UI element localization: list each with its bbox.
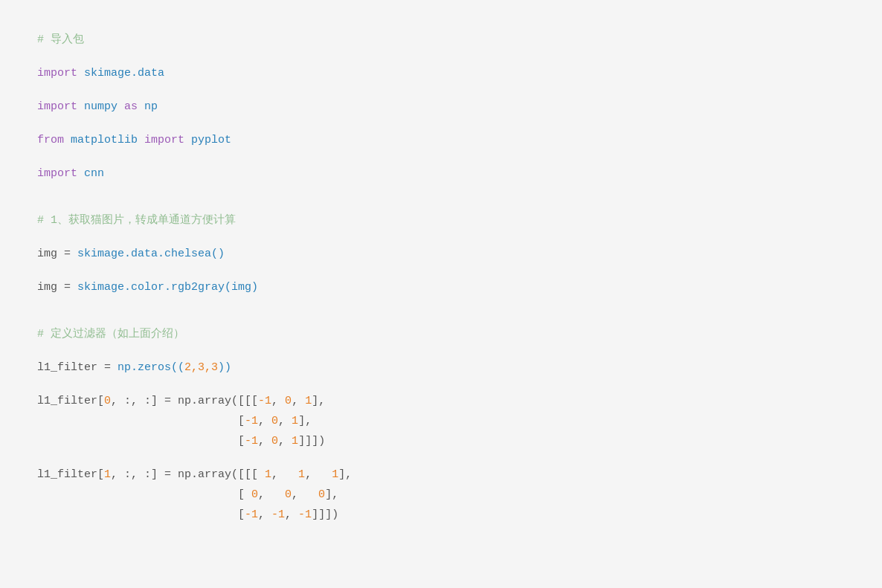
code-line-8b: [-1, 0, 1], — [37, 411, 845, 431]
keyword-from: from — [37, 130, 64, 150]
comment-line-3: # 定义过滤器（如上面介绍） — [37, 324, 845, 344]
empty-line-9 — [37, 297, 845, 311]
comma-12: , — [285, 505, 298, 525]
num-0-6: 0 — [312, 485, 325, 505]
num-0-4: 0 — [245, 485, 258, 505]
module-cnn: cnn — [84, 164, 104, 184]
comma-6: , — [278, 431, 292, 451]
space-7 — [184, 130, 191, 150]
num-neg1-4: -1 — [245, 505, 258, 525]
empty-line-1 — [37, 50, 845, 63]
comma-4: , — [278, 411, 292, 431]
num-neg1-6: -1 — [298, 505, 312, 525]
num-neg1-5: -1 — [271, 505, 285, 525]
code-line-3: from matplotlib import pyplot — [37, 130, 845, 150]
func-rgb2gray: skimage.color.rgb2gray(img) — [77, 277, 258, 297]
code-line-5: img = skimage.data.chelsea() — [37, 244, 845, 264]
empty-line-3 — [37, 117, 845, 130]
bracket-2: ], — [298, 411, 312, 431]
num-2-3-3: 2,3,3 — [184, 358, 218, 378]
keyword-import-4: import — [37, 164, 77, 184]
close-paren-1: )) — [218, 358, 231, 378]
bracket-6: ]]]) — [312, 505, 338, 525]
idx-colon-2: , :, :] = np.array([[[ — [111, 465, 258, 485]
code-line-9b: [ 0, 0, 0], — [37, 485, 845, 505]
comment-line-2: # 1、获取猫图片，转成单通道方便计算 — [37, 210, 845, 230]
num-0-2: 0 — [271, 411, 278, 431]
op-eq-2: = — [64, 277, 77, 297]
empty-line-11 — [37, 344, 845, 358]
module-pyplot: pyplot — [191, 130, 231, 150]
code-line-2: import numpy as np — [37, 97, 845, 117]
code-line-8c: [-1, 0, 1]]]) — [37, 431, 845, 451]
alias-np: np — [144, 97, 158, 117]
var-img-1: img — [37, 244, 64, 264]
num-neg1-2: -1 — [245, 411, 258, 431]
indent-8b: [ — [37, 411, 245, 431]
empty-line-2 — [37, 83, 845, 97]
bracket-5: ], — [325, 485, 338, 505]
bracket-1: ], — [312, 391, 325, 411]
idx-0: 0 — [104, 391, 111, 411]
bracket-3: ]]]) — [298, 431, 325, 451]
comma-2: , — [292, 391, 305, 411]
space-8 — [77, 164, 84, 184]
func-np-zeros: np.zeros(( — [118, 358, 184, 378]
num-neg1-1: -1 — [258, 391, 271, 411]
code-line-8: l1_filter[0, :, :] = np.array([[[-1, 0, … — [37, 391, 845, 411]
code-line-9c: [-1, -1, -1]]]) — [37, 505, 845, 525]
space-2 — [77, 97, 84, 117]
space-6 — [138, 130, 144, 150]
comma-10: , — [292, 485, 312, 505]
num-1-4: 1 — [258, 465, 271, 485]
num-0-3: 0 — [271, 431, 278, 451]
num-1-6: 1 — [325, 465, 338, 485]
comma-5: , — [258, 431, 271, 451]
space-5 — [64, 130, 71, 150]
num-neg1-3: -1 — [245, 431, 258, 451]
num-1-3: 1 — [292, 431, 298, 451]
code-line-7: l1_filter = np.zeros((2,3,3)) — [37, 358, 845, 378]
op-eq-1: = — [64, 244, 77, 264]
comment-text-3: # 定义过滤器（如上面介绍） — [37, 324, 184, 344]
keyword-import-1: import — [37, 63, 77, 83]
var-l1filter: l1_filter — [37, 358, 104, 378]
comma-11: , — [258, 505, 271, 525]
empty-line-13 — [37, 451, 845, 465]
space-1 — [77, 63, 84, 83]
func-chelsea: skimage.data.chelsea() — [77, 244, 225, 264]
idx-colon-1: , :, :] = np.array([[[ — [111, 391, 258, 411]
space-4 — [138, 97, 144, 117]
num-1-2: 1 — [292, 411, 298, 431]
comma-1: , — [271, 391, 285, 411]
empty-line-7 — [37, 230, 845, 244]
num-1-1: 1 — [305, 391, 312, 411]
indent-8c: [ — [37, 431, 245, 451]
comment-text-2: # 1、获取猫图片，转成单通道方便计算 — [37, 210, 236, 230]
comma-3: , — [258, 411, 271, 431]
keyword-as: as — [124, 97, 138, 117]
code-line-4: import cnn — [37, 164, 845, 184]
empty-line-4 — [37, 150, 845, 164]
module-skimage-data: skimage.data — [84, 63, 164, 83]
module-numpy: numpy — [84, 97, 118, 117]
indent-9c: [ — [37, 505, 245, 525]
idx-1: 1 — [104, 465, 111, 485]
module-matplotlib: matplotlib — [71, 130, 138, 150]
num-0-1: 0 — [285, 391, 292, 411]
empty-line-6 — [37, 197, 845, 210]
var-img-2: img — [37, 277, 64, 297]
space-3 — [118, 97, 124, 117]
keyword-import-3: import — [144, 130, 184, 150]
num-0-5: 0 — [278, 485, 292, 505]
var-l1filter-0: l1_filter[ — [37, 391, 104, 411]
comma-7: , — [271, 465, 292, 485]
empty-line-12 — [37, 378, 845, 391]
bracket-4: ], — [338, 465, 352, 485]
empty-line-5 — [37, 184, 845, 197]
indent-9b: [ — [37, 485, 245, 505]
code-line-6: img = skimage.color.rgb2gray(img) — [37, 277, 845, 297]
code-line-1: import skimage.data — [37, 63, 845, 83]
code-container: # 导入包 import skimage.data import numpy a… — [0, 0, 882, 588]
num-1-5: 1 — [292, 465, 305, 485]
